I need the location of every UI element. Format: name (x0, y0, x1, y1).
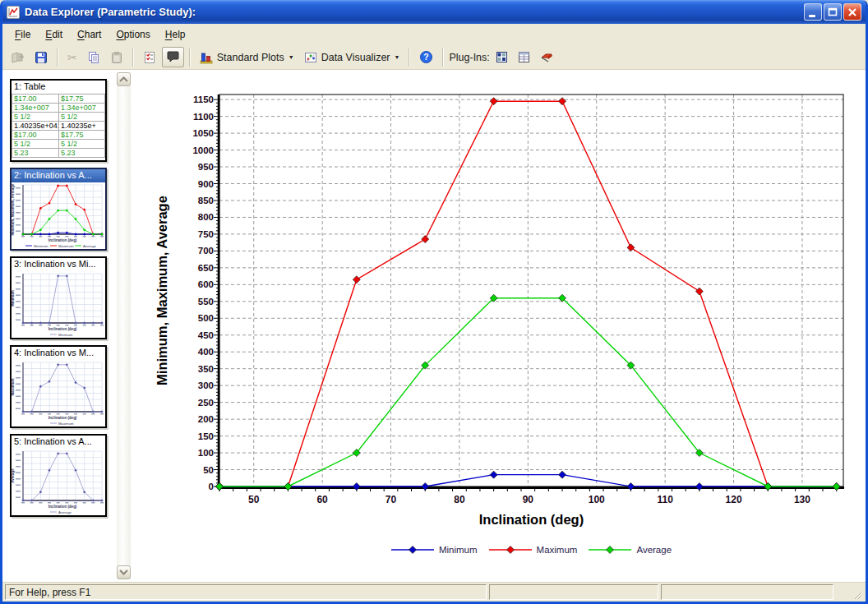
menu-options[interactable]: Options (110, 26, 155, 43)
y-tick-label: 250 (198, 398, 214, 408)
mini-chart: Inclination (deg)MaximumMaximum (12, 360, 105, 426)
thumbnail-3[interactable]: 3: Inclination vs Mi...Inclination (deg)… (10, 256, 107, 339)
legend-label: Minimum (439, 545, 478, 555)
plugin-grid-button[interactable] (492, 47, 512, 67)
legend-item-minimum: Minimum (391, 545, 478, 555)
checklist-icon (143, 51, 156, 64)
svg-text:Average: Average (12, 468, 15, 483)
y-tick-label: 1100 (193, 112, 214, 122)
cut-button[interactable]: ✂ (63, 47, 81, 67)
menu-edit[interactable]: Edit (39, 26, 68, 43)
standard-plots-button[interactable]: Standard Plots▼ (196, 47, 298, 67)
app-icon (7, 5, 21, 19)
standard-plots-icon (200, 51, 214, 64)
x-tick-label: 130 (794, 494, 810, 505)
legend-label: Average (636, 545, 672, 555)
toolbar-separator (132, 48, 134, 67)
svg-text:Maximum: Maximum (58, 244, 74, 248)
main-chart[interactable]: 5060708090100110120130050100150200250300… (134, 70, 866, 581)
svg-text:Minimum: Minimum (34, 244, 48, 248)
svg-text:Inclination (deg): Inclination (deg) (48, 416, 77, 420)
help-button[interactable]: ? (415, 47, 437, 67)
x-tick-label: 90 (523, 494, 534, 505)
statusbar: For Help, press F1 (2, 582, 866, 602)
sidebar: 1: Table$17.00$17.751.34e+0071.34e+0075 … (2, 70, 134, 582)
x-tick-label: 120 (726, 494, 742, 505)
copy-button[interactable] (83, 47, 104, 67)
save-button[interactable] (30, 47, 52, 67)
y-tick-label: 700 (198, 246, 214, 256)
comment-button[interactable] (162, 47, 184, 67)
thumbnail-title: 1: Table (12, 81, 105, 94)
thumbnail-2[interactable]: 2: Inclination vs A...Inclination (deg)M… (10, 168, 107, 251)
table-row: 1.40235e+0411.40235e+ (12, 122, 105, 131)
maximize-button[interactable] (824, 3, 842, 21)
table-row: 5 1/25 1/2 (12, 140, 105, 149)
menu-help[interactable]: Help (159, 26, 192, 43)
plugin-table-button[interactable] (514, 47, 534, 67)
menu-chart[interactable]: Chart (72, 26, 107, 43)
mini-chart: Inclination (deg)MinimumMinimum (12, 271, 105, 338)
window-title: Data Explorer (Parametric Study): (25, 6, 804, 18)
status-panel (489, 584, 658, 600)
y-tick-label: 400 (198, 347, 214, 357)
y-tick-label: 500 (198, 313, 214, 323)
scroll-down-button[interactable] (117, 565, 131, 579)
dropdown-arrow-icon: ▼ (289, 54, 294, 60)
plugin-flag-button[interactable] (536, 47, 558, 67)
mini-table: $17.00$17.751.34e+0071.34e+0075 1/25 1/2… (12, 94, 105, 158)
export-button[interactable] (7, 47, 29, 67)
export-icon (11, 51, 25, 64)
x-tick-label: 70 (386, 494, 397, 505)
titlebar: Data Explorer (Parametric Study): (2, 0, 866, 24)
y-tick-label: 600 (198, 279, 214, 289)
thumbnail-title: 3: Inclination vs Mi... (12, 258, 105, 271)
y-tick-label: 200 (198, 414, 214, 424)
data-visualizer-button[interactable]: Data Visualizer▼ (300, 47, 404, 67)
table-row: 5 1/25 1/2 (12, 113, 105, 122)
thumbnail-4[interactable]: 4: Inclination vs M...Inclination (deg)M… (10, 345, 107, 428)
thumbnail-title: 5: Inclination vs A... (12, 436, 105, 449)
svg-text:Inclination (deg): Inclination (deg) (48, 238, 77, 242)
svg-text:Average: Average (83, 244, 97, 248)
paste-icon (110, 51, 123, 64)
thumbnail-5[interactable]: 5: Inclination vs A...Inclination (deg)A… (10, 434, 107, 517)
sidebar-scrollbar[interactable] (117, 72, 131, 579)
close-button[interactable] (843, 3, 861, 21)
paste-button[interactable] (106, 47, 127, 67)
legend-swatch (391, 545, 434, 555)
y-tick-label: 450 (198, 330, 214, 340)
scroll-up-button[interactable] (117, 72, 131, 86)
y-tick-label: 550 (198, 297, 214, 307)
comment-icon (166, 51, 180, 63)
cut-icon: ✂ (67, 52, 77, 63)
y-tick-label: 100 (198, 448, 214, 458)
minimize-button[interactable] (804, 3, 822, 21)
table-row: 5.235.23 (12, 149, 105, 158)
y-tick-label: 1050 (192, 128, 214, 138)
checklist-button[interactable] (139, 47, 160, 67)
status-message-panel: For Help, press F1 (5, 584, 487, 600)
thumbnail-title: 2: Inclination vs A... (12, 169, 105, 182)
svg-text:Minimum: Minimum (58, 333, 73, 337)
toolbar-separator (442, 48, 444, 67)
svg-text:Minimum: Minimum (12, 290, 15, 307)
y-tick-label: 850 (198, 196, 214, 205)
legend-swatch (489, 545, 532, 555)
table-row: $17.00$17.75 (12, 131, 105, 140)
y-tick-label: 300 (198, 380, 214, 390)
app-window: Data Explorer (Parametric Study): FileEd… (0, 0, 868, 604)
status-panel (661, 584, 833, 600)
x-tick-label: 100 (589, 494, 605, 505)
y-tick-label: 1150 (193, 95, 214, 104)
menu-file[interactable]: File (9, 26, 36, 43)
chart-area: 5060708090100110120130050100150200250300… (134, 70, 866, 582)
thumbnail-1[interactable]: 1: Table$17.00$17.751.34e+0071.34e+0075 … (10, 79, 107, 162)
x-tick-label: 50 (248, 494, 260, 505)
plugin-table-icon (518, 51, 530, 63)
thumbnail-title: 4: Inclination vs M... (12, 347, 105, 360)
chevron-up-icon (118, 76, 129, 83)
y-tick-label: 0 (209, 482, 214, 491)
svg-text:Minimum, Maximum, Average: Minimum, Maximum, Average (12, 183, 15, 235)
resize-grip[interactable] (852, 588, 863, 600)
